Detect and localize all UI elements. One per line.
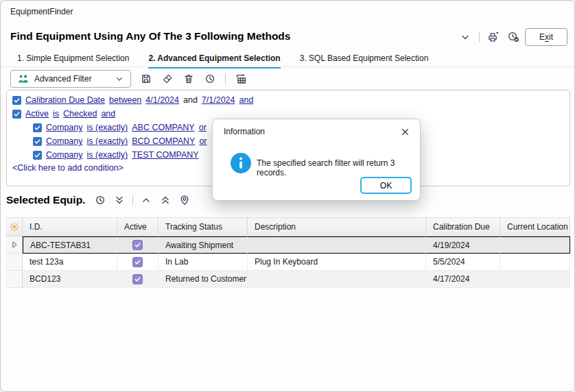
row-indicator [6, 271, 23, 288]
separator [225, 73, 226, 84]
condition-term-link[interactable]: 7/1/2024 [202, 95, 235, 105]
clock-icon[interactable] [94, 194, 106, 206]
page-title: Find Equipment Using Any Of The 3 Follow… [10, 30, 290, 42]
cell-tracking-status: Awaiting Shipment [159, 236, 248, 254]
dialog-title: Information [224, 127, 265, 136]
process-check-icon[interactable] [507, 31, 519, 43]
selected-equipment-buttons [94, 194, 191, 206]
table-row[interactable]: BCD123Returned to Customer4/17/2024 [6, 271, 570, 288]
cell-calibration-due: 5/5/2024 [426, 254, 500, 271]
condition-checkbox[interactable] [33, 137, 42, 146]
condition-term-link[interactable]: Active [25, 109, 49, 119]
equipment-grid: I.D.ActiveTracking StatusDescriptionCali… [6, 217, 570, 288]
cell-id: test 123a [23, 254, 117, 271]
column-header-i-d[interactable]: I.D. [23, 218, 117, 236]
condition-term-link[interactable]: or [199, 123, 207, 132]
active-checkbox[interactable] [132, 274, 143, 284]
condition-term-link[interactable]: or [199, 136, 207, 146]
chevron-up-icon[interactable] [140, 194, 152, 206]
cell-tracking-status: Returned to Customer [159, 271, 248, 288]
ok-button[interactable]: OK [360, 177, 412, 194]
equipment-finder-window: EquipmentFinder Find Equipment Using Any… [0, 0, 575, 392]
cell-active [117, 236, 159, 254]
condition-term-link[interactable]: and [101, 109, 115, 119]
condition-term-link[interactable]: 4/1/2024 [145, 95, 179, 105]
filter-selector-value: Advanced Filter [34, 74, 110, 84]
cell-description [248, 271, 426, 288]
double-chevron-up-icon[interactable] [159, 194, 172, 206]
condition-term-link[interactable]: is [53, 109, 59, 119]
condition-term-link[interactable]: BCD COMPANY [132, 136, 195, 146]
double-chevron-down-icon[interactable] [113, 194, 126, 206]
cell-current-location [500, 236, 570, 254]
selected-equipment-header: Selected Equip. [6, 194, 191, 206]
cell-calibration-due: 4/19/2024 [426, 236, 500, 254]
row-indicator [6, 254, 23, 271]
column-header-description[interactable]: Description [248, 218, 426, 236]
active-checkbox[interactable] [132, 240, 143, 250]
information-icon [231, 153, 251, 173]
condition-term-link[interactable]: and [239, 95, 254, 105]
table-row[interactable]: test 123aIn LabPlug In Keyboard5/5/2024 [6, 254, 570, 271]
filter-selector-dropdown[interactable]: Advanced Filter [10, 70, 131, 88]
table-row[interactable]: ABC-TESTAB31Awaiting Shipment4/19/2024 [6, 236, 570, 254]
column-header-tracking-status[interactable]: Tracking Status [159, 218, 248, 236]
condition-term-link[interactable]: Company [46, 136, 83, 146]
chevron-down-icon[interactable] [459, 31, 471, 43]
condition-term-link[interactable]: Checked [63, 109, 97, 119]
printer-icon[interactable] [487, 31, 500, 43]
location-pin-icon[interactable] [178, 194, 191, 206]
cell-active [117, 254, 159, 271]
condition-term-link[interactable]: between [109, 95, 141, 105]
cell-description [248, 236, 426, 254]
condition-checkbox[interactable] [33, 151, 42, 160]
filter-toolbar: Advanced Filter [10, 70, 247, 88]
filter-condition-row: Calibration Due Datebetween4/1/2024and7/… [12, 93, 564, 107]
condition-term-link[interactable]: Company [46, 123, 83, 132]
cell-id: ABC-TESTAB31 [23, 236, 117, 254]
window-title: EquipmentFinder [10, 7, 73, 16]
tabs-divider [1, 66, 574, 67]
close-icon[interactable] [398, 125, 412, 138]
eraser-icon[interactable] [161, 73, 174, 85]
dialog-message: The specified search filter will return … [257, 158, 420, 177]
active-checkbox[interactable] [132, 257, 143, 267]
condition-checkbox[interactable] [33, 123, 42, 132]
cell-active [117, 271, 159, 288]
titlebar: EquipmentFinder [1, 1, 574, 23]
column-header-active[interactable]: Active [117, 218, 159, 236]
condition-term-link[interactable]: Company [46, 150, 83, 160]
trash-icon[interactable] [183, 73, 195, 85]
condition-term-link[interactable]: Calibration Due Date [25, 95, 105, 105]
exit-button[interactable]: Exit [525, 28, 567, 46]
retrieve-grid-icon[interactable] [235, 73, 247, 85]
condition-term-link[interactable]: is (exactly) [87, 150, 128, 160]
grid-corner-button[interactable] [6, 218, 23, 236]
sun-icon [9, 221, 20, 232]
condition-term-link[interactable]: is (exactly) [87, 123, 128, 132]
condition-checkbox[interactable] [12, 110, 21, 119]
condition-term-link[interactable]: TEST COMPANY [132, 150, 198, 160]
cell-current-location [500, 271, 570, 288]
cell-tracking-status: In Lab [159, 254, 248, 271]
chevron-down-icon [115, 74, 124, 84]
condition-term-link[interactable]: is (exactly) [87, 136, 128, 146]
information-dialog: Information The specified search filter … [212, 119, 421, 201]
cell-id: BCD123 [23, 271, 117, 288]
save-icon[interactable] [140, 73, 152, 85]
cell-calibration-due: 4/17/2024 [426, 271, 500, 288]
condition-conjunction: and [183, 95, 198, 105]
condition-checkbox[interactable] [12, 96, 21, 105]
row-indicator [6, 236, 23, 254]
column-header-current-location[interactable]: Current Location [500, 218, 570, 236]
column-header-calibration-due[interactable]: Calibration Due [426, 218, 500, 236]
filter-toolbar-buttons [140, 73, 247, 85]
cell-current-location [500, 254, 570, 271]
people-group-icon [17, 73, 30, 85]
condition-term-link[interactable]: ABC COMPANY [132, 123, 194, 132]
clock-icon[interactable] [204, 73, 216, 85]
selected-equipment-label: Selected Equip. [6, 194, 85, 206]
separator [132, 195, 133, 206]
current-row-arrow-icon [10, 240, 19, 249]
cell-description: Plug In Keyboard [248, 254, 426, 271]
